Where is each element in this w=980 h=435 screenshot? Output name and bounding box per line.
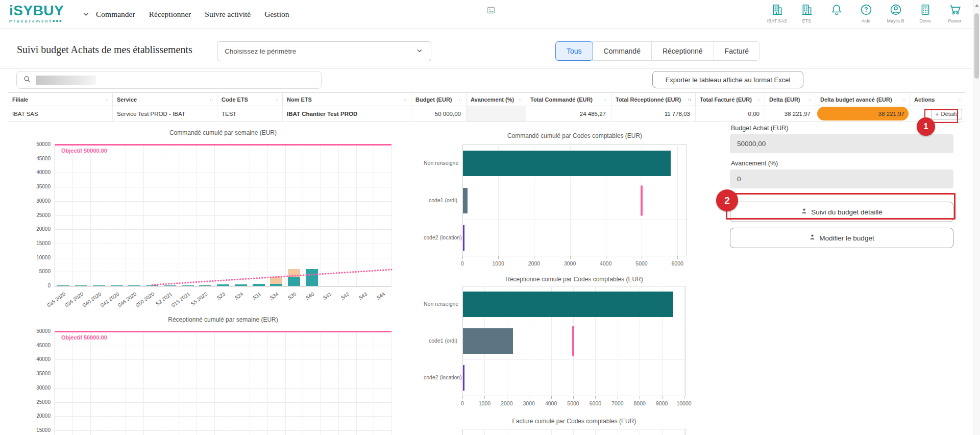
x-axis-tick-label: 5000	[629, 260, 654, 267]
cell-nom-ets: IBAT Chantier Test PROD	[282, 106, 411, 122]
x-axis-tick-label: 4000	[593, 260, 619, 267]
y-axis-tick-label: 35000	[20, 371, 51, 376]
quickbar-label: ETS	[802, 18, 812, 24]
bar-non-renseigne	[463, 151, 671, 176]
y-axis-tick-label: 40000	[20, 170, 51, 175]
export-excel-button[interactable]: Exporter le tableau affiché au format Ex…	[652, 71, 803, 88]
v-gridline	[321, 331, 321, 435]
x-axis-tick	[551, 396, 552, 399]
chevron-down-icon	[415, 46, 424, 56]
x-axis-tick	[534, 256, 534, 259]
avancement-label: Avancement (%)	[731, 160, 953, 167]
column-header-code-ets[interactable]: Code ETS↑↓	[217, 93, 282, 106]
v-gridline	[143, 331, 144, 435]
column-header-delta-budget-avance-eur[interactable]: Delta budget avancé (EUR)↑↓	[816, 93, 910, 106]
column-label: Filiale	[12, 96, 28, 103]
broken-image-icon	[486, 6, 496, 17]
budget-achat-field	[730, 134, 953, 153]
cell-delta-budget-avance-eur: 38 221,97	[816, 106, 910, 122]
x-axis-tick-label: 10000	[671, 400, 697, 406]
tab-receptionne[interactable]: Réceptionné	[651, 41, 714, 61]
column-header-budget-eur[interactable]: Budget (EUR)↑↓	[411, 93, 466, 106]
objective-line	[55, 331, 391, 332]
column-header-total-commande-eur[interactable]: Total Commandé (EUR)↑↓	[526, 93, 611, 106]
modifier-budget-button[interactable]: Modifier le budget	[730, 228, 953, 248]
v-gridline	[677, 144, 678, 256]
sort-icon: ↑↓	[273, 97, 278, 102]
column-header-avancement[interactable]: Avancement (%)↑↓	[466, 93, 526, 106]
cell-filiale: IBAT SAS	[8, 106, 112, 122]
nav-item-receptionner[interactable]: Réceptionner	[149, 10, 191, 19]
nav-item-commander[interactable]: Commander	[96, 10, 135, 19]
y-axis-tick-label: 10000	[20, 255, 51, 260]
nav-item-suivre-activite[interactable]: Suivre activité	[205, 10, 251, 19]
section-divider	[0, 68, 980, 69]
column-header-service[interactable]: Service↑↓	[112, 93, 217, 106]
quickbar-devis[interactable]: Devis	[911, 3, 939, 24]
tab-tous[interactable]: Tous	[555, 41, 593, 61]
chart-commande-cumule-par-semaine-eur: Commandé cumulé par semaine (EUR)0500010…	[20, 128, 401, 316]
cart-icon	[948, 3, 962, 17]
perimeter-select[interactable]: Choisissez le périmètre	[217, 41, 431, 61]
cell-delta-eur: 38 221,97	[765, 106, 816, 122]
v-gridline	[684, 429, 684, 435]
v-gridline	[391, 144, 392, 286]
v-gridline	[484, 429, 485, 435]
column-header-delta-eur[interactable]: Delta (EUR)↑↓	[765, 93, 816, 106]
chart-title: Facturé cumulé par Codes comptables (EUR…	[462, 418, 686, 425]
v-gridline	[303, 331, 303, 435]
top-bar: iSYBUY Procurement●●● CommanderRéception…	[0, 0, 980, 29]
scrollbar-up-arrow[interactable]	[975, 4, 979, 7]
column-label: Actions	[914, 96, 935, 103]
quickbar-label: Aide	[861, 18, 870, 24]
category-label: Non renseigné	[424, 301, 457, 307]
bar-code2-location	[463, 225, 464, 251]
sort-icon: ↑↓	[401, 97, 407, 102]
v-gridline	[126, 331, 126, 435]
h-gridline	[55, 359, 391, 360]
annotation-step-1: 1	[917, 117, 935, 136]
chevron-down-icon[interactable]	[82, 10, 90, 20]
v-gridline	[108, 331, 108, 435]
tab-facture[interactable]: Facturé	[714, 41, 760, 61]
category-label: code2 (location)	[424, 374, 457, 380]
quickbar-bell[interactable]	[822, 3, 850, 24]
quickbar-maylis-b[interactable]: Maylis B	[881, 3, 910, 24]
column-header-filiale[interactable]: Filiale↑↓	[8, 93, 112, 106]
logo[interactable]: iSYBUY Procurement●●●	[9, 4, 64, 23]
quickbar-ets[interactable]: ETS	[793, 3, 821, 24]
quickbar-aide[interactable]: ?Aide	[852, 3, 880, 24]
sort-icon: ↑↓	[685, 97, 691, 102]
nav-item-gestion[interactable]: Gestion	[264, 10, 289, 19]
y-axis-line	[55, 331, 55, 435]
tab-commande[interactable]: Commandé	[593, 41, 652, 61]
column-label: Budget (EUR)	[415, 96, 452, 103]
quickbar-panier[interactable]: Panier	[941, 3, 969, 24]
v-gridline	[640, 429, 640, 435]
row-separator	[463, 219, 687, 220]
category-label: Non renseigné	[424, 160, 457, 166]
column-header-total-facture-eur[interactable]: Total Facturé (EUR)↑↓	[695, 93, 765, 106]
x-axis-tick-label: 2000	[521, 260, 547, 267]
quickbar-ibat-sas[interactable]: IBAT SAS	[763, 3, 791, 24]
cell-code-ets: TEST	[217, 106, 282, 122]
column-label: Total Commandé (EUR)	[530, 96, 593, 103]
sort-icon: ↑↓	[806, 97, 812, 102]
category-label: code1 (ordi)	[424, 197, 457, 203]
v-gridline	[573, 429, 574, 435]
target-marker	[572, 326, 574, 356]
x-axis-tick-label: 1000	[485, 260, 511, 267]
search-box[interactable]	[16, 71, 322, 89]
x-axis-tick-label: 3000	[557, 260, 583, 267]
column-header-total-receptionne-eur[interactable]: Total Réceptionné (EUR)↑↓	[611, 93, 695, 106]
page-scrollbar[interactable]	[973, 0, 980, 435]
h-gridline	[55, 416, 391, 417]
row-separator	[463, 182, 687, 182]
chart-title: Commandé cumulé par semaine (EUR)	[55, 129, 391, 136]
table-row: IBAT SASService Test PROD - IBATTESTIBAT…	[8, 106, 965, 122]
x-axis-line	[55, 286, 391, 286]
column-header-nom-ets[interactable]: Nom ETS↑↓	[282, 93, 411, 106]
column-header-actions[interactable]: Actions↑↓	[910, 93, 965, 106]
scrollbar-thumb[interactable]	[974, 13, 979, 79]
search-input[interactable]	[96, 76, 315, 84]
